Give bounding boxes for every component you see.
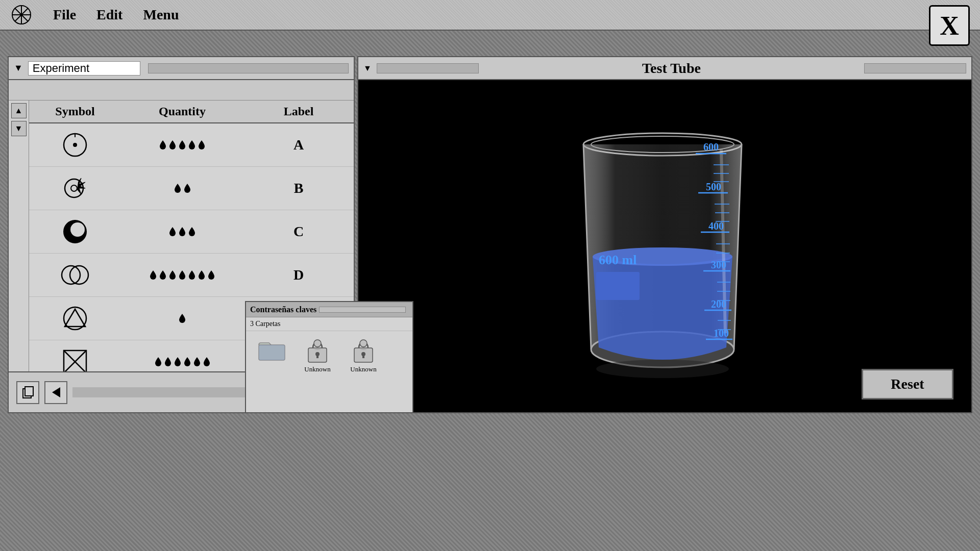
svg-text:300: 300 [711,259,726,270]
svg-text:400: 400 [708,220,724,232]
copy-button[interactable] [16,381,39,404]
experiment-titlebar: ▼ [9,57,354,80]
svg-point-14 [70,266,88,284]
table-row: C [29,210,354,254]
svg-text:600: 600 [703,141,719,153]
person-icon-1 [305,339,330,363]
test-tube-titlebar: ▼ Test Tube [358,57,971,80]
popup-scrollbar[interactable] [319,307,406,313]
quantity-cell-e [121,310,243,327]
svg-rect-54 [596,272,640,300]
quantity-cell-a [121,137,243,153]
close-button[interactable]: X [929,5,970,46]
test-tube-collapse-icon[interactable]: ▼ [363,64,372,73]
symbol-header: Symbol [29,105,121,118]
label-cell-c: C [243,221,354,242]
svg-point-61 [314,340,321,347]
edit-menu[interactable]: Edit [96,7,122,23]
table-row: A [29,123,354,167]
svg-point-6 [73,143,77,147]
svg-point-13 [62,266,80,284]
test-tube-left-scrollbar[interactable] [377,63,479,73]
menu-menu[interactable]: Menu [143,7,179,23]
scroll-down-button[interactable]: ▼ [11,121,27,136]
folder-item[interactable] [254,339,289,363]
popup-content: Unknown Unknown [246,331,412,381]
label-cell-d: D [243,264,354,286]
test-tube-canvas: 600 500 400 300 200 100 [358,80,971,412]
person-item-1[interactable]: Unknown [300,339,335,373]
quantity-cell-d [121,267,243,283]
experiment-toolbar [9,80,354,101]
symbol-cell-a [29,127,121,163]
person-icon-2 [351,339,376,363]
quantity-cell-b [121,180,243,196]
experiment-title-input[interactable] [28,61,140,76]
file-menu[interactable]: File [53,7,76,23]
symbol-cell-b [29,170,121,206]
svg-point-55 [596,360,729,378]
test-tube-title: Test Tube [484,60,859,77]
table-header: Symbol Quantity Label [29,101,354,123]
svg-rect-60 [316,354,318,358]
popup-subtitle: 3 Carpetas [246,317,412,331]
quantity-cell-f [121,354,243,370]
svg-marker-16 [65,309,85,327]
table-row: D [29,254,354,297]
svg-point-11 [70,222,85,237]
test-tube-panel: ▼ Test Tube [357,56,972,413]
back-button[interactable] [44,381,67,404]
svg-point-9 [71,185,77,191]
scroll-up-button[interactable]: ▲ [11,103,27,118]
svg-rect-57 [259,345,285,360]
label-cell-b: B [243,178,354,199]
popup-title: Contraseñas claves [250,305,316,314]
beaker-svg: 600 500 400 300 200 100 [532,98,798,394]
quantity-cell-c [121,223,243,240]
svg-marker-22 [52,387,60,397]
svg-point-65 [360,340,367,347]
app-icon [10,4,33,26]
main-area: ▼ ▲ ▼ Symbol Quantity Label [0,31,980,551]
symbol-cell-d [29,257,121,293]
popup-titlebar: Contraseñas claves [246,302,412,317]
popup-window: Contraseñas claves 3 Carpetas [245,301,413,413]
label-cell-a: A [243,134,354,156]
experiment-collapse-icon[interactable]: ▼ [14,63,23,73]
reset-button[interactable]: Reset [862,369,953,399]
experiment-scrollbar[interactable] [148,63,349,73]
label-header: Label [243,105,354,118]
table-row: B [29,167,354,210]
folder-icon [258,339,286,361]
svg-text:500: 500 [706,181,721,192]
person-item-2[interactable]: Unknown [346,339,381,373]
svg-rect-21 [25,387,33,396]
symbol-cell-e [29,300,121,336]
quantity-header: Quantity [121,105,243,118]
person-label-2: Unknown [350,365,376,373]
svg-text:600 ml: 600 ml [599,253,636,267]
svg-rect-64 [362,354,364,358]
person-label-1: Unknown [304,365,330,373]
test-tube-right-scrollbar[interactable] [864,63,966,73]
symbol-cell-f [29,344,121,371]
menubar: File Edit Menu [0,0,980,31]
experiment-scroll-left: ▲ ▼ [9,101,29,371]
symbol-cell-c [29,214,121,249]
